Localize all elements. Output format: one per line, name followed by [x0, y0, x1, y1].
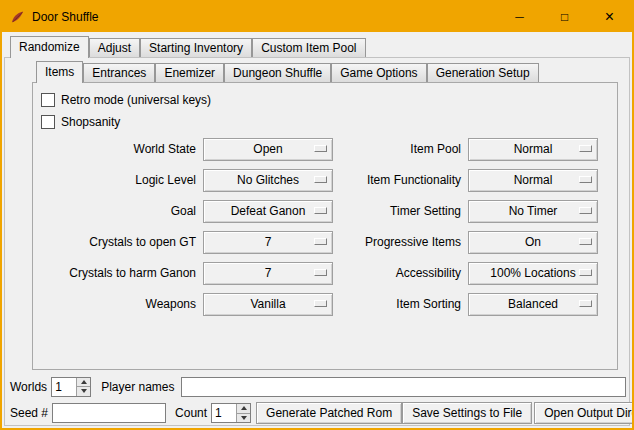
- player-names-input[interactable]: [181, 377, 627, 397]
- dropdown-indicator-icon: [579, 207, 592, 214]
- tab-starting-inventory[interactable]: Starting Inventory: [140, 38, 252, 57]
- option-row: Crystals to harm Ganon 7 Accessibility 1…: [38, 261, 617, 285]
- dropdown-value: No Timer: [509, 204, 558, 218]
- sub-tab-bar: Items Entrances Enemizer Dungeon Shuffle…: [36, 61, 539, 82]
- dropdown-value: Open: [253, 142, 282, 156]
- door-shuffle-window: Door Shuffle ─ □ × Randomize Adjust Star…: [0, 0, 634, 430]
- item-sorting-label: Item Sorting: [341, 297, 461, 311]
- subtab-dungeon-shuffle[interactable]: Dungeon Shuffle: [224, 63, 331, 82]
- goal-label: Goal: [38, 204, 196, 218]
- window-title: Door Shuffle: [32, 10, 497, 24]
- crystals-gt-dropdown[interactable]: 7: [203, 231, 333, 254]
- shopsanity-checkbox[interactable]: Shopsanity: [41, 113, 617, 131]
- titlebar: Door Shuffle ─ □ ×: [2, 2, 632, 32]
- subtab-entrances[interactable]: Entrances: [83, 63, 155, 82]
- worlds-label: Worlds: [10, 380, 47, 394]
- caption-buttons: ─ □ ×: [497, 2, 632, 32]
- spin-down-button[interactable]: [237, 413, 250, 423]
- crystals-ganon-label: Crystals to harm Ganon: [38, 266, 196, 280]
- shopsanity-label: Shopsanity: [61, 115, 120, 129]
- retro-mode-label: Retro mode (universal keys): [61, 93, 211, 107]
- subtab-generation-setup[interactable]: Generation Setup: [427, 63, 539, 82]
- dropdown-indicator-icon: [314, 300, 327, 307]
- options-grid: World State Open Item Pool Normal Logic …: [38, 137, 617, 316]
- accessibility-label: Accessibility: [341, 266, 461, 280]
- open-output-directory-button[interactable]: Open Output Directory: [534, 402, 634, 424]
- world-state-dropdown[interactable]: Open: [203, 138, 333, 161]
- seed-input[interactable]: [52, 403, 166, 423]
- dropdown-value: Defeat Ganon: [231, 204, 306, 218]
- generate-patched-rom-button[interactable]: Generate Patched Rom: [256, 402, 402, 424]
- dropdown-indicator-icon: [579, 238, 592, 245]
- dropdown-indicator-icon: [579, 269, 592, 276]
- dropdown-indicator-icon: [314, 145, 327, 152]
- crystals-gt-label: Crystals to open GT: [38, 235, 196, 249]
- timer-setting-dropdown[interactable]: No Timer: [468, 200, 598, 223]
- item-functionality-dropdown[interactable]: Normal: [468, 169, 598, 192]
- checkbox-box[interactable]: [41, 93, 55, 107]
- close-button[interactable]: ×: [587, 2, 632, 32]
- goal-dropdown[interactable]: Defeat Ganon: [203, 200, 333, 223]
- worlds-spinbox[interactable]: 1: [51, 377, 91, 397]
- dropdown-value: 100% Locations: [490, 266, 575, 280]
- minimize-button[interactable]: ─: [497, 2, 542, 32]
- spinbox-value[interactable]: 1: [52, 378, 76, 396]
- dropdown-value: Normal: [514, 142, 553, 156]
- main-tab-bar: Randomize Adjust Starting Inventory Cust…: [10, 36, 366, 57]
- world-state-label: World State: [38, 142, 196, 156]
- spin-down-button[interactable]: [77, 386, 90, 396]
- tab-randomize[interactable]: Randomize: [10, 36, 89, 58]
- dropdown-value: Balanced: [508, 297, 558, 311]
- option-row: Weapons Vanilla Item Sorting Balanced: [38, 292, 617, 316]
- tab-custom-item-pool[interactable]: Custom Item Pool: [252, 38, 365, 57]
- dropdown-indicator-icon: [314, 207, 327, 214]
- subtab-game-options[interactable]: Game Options: [331, 63, 426, 82]
- dropdown-indicator-icon: [314, 269, 327, 276]
- dropdown-value: 7: [265, 266, 272, 280]
- dropdown-value: Vanilla: [250, 297, 285, 311]
- spin-up-button[interactable]: [77, 378, 90, 387]
- progressive-items-dropdown[interactable]: On: [468, 231, 598, 254]
- spin-down-icon: [81, 389, 87, 393]
- dropdown-value: Normal: [514, 173, 553, 187]
- option-row: Crystals to open GT 7 Progressive Items …: [38, 230, 617, 254]
- item-pool-label: Item Pool: [341, 142, 461, 156]
- weapons-dropdown[interactable]: Vanilla: [203, 293, 333, 316]
- app-icon: [10, 10, 25, 25]
- dropdown-value: 7: [265, 235, 272, 249]
- worlds-row: Worlds 1 Player names: [10, 376, 626, 397]
- spin-up-icon: [81, 380, 87, 384]
- seed-row: Seed # Count 1 Generate Patched Rom Save…: [10, 402, 626, 424]
- progressive-items-label: Progressive Items: [341, 235, 461, 249]
- retro-mode-checkbox[interactable]: Retro mode (universal keys): [41, 91, 617, 109]
- spin-up-button[interactable]: [237, 404, 250, 413]
- option-row: Goal Defeat Ganon Timer Setting No Timer: [38, 199, 617, 223]
- option-row: World State Open Item Pool Normal: [38, 137, 617, 161]
- dropdown-value: On: [525, 235, 541, 249]
- spin-down-icon: [241, 416, 247, 420]
- checkbox-box[interactable]: [41, 115, 55, 129]
- dropdown-indicator-icon: [314, 176, 327, 183]
- maximize-button[interactable]: □: [542, 2, 587, 32]
- spin-up-icon: [241, 406, 247, 410]
- option-row: Logic Level No Glitches Item Functionali…: [38, 168, 617, 192]
- spinbox-arrows: [236, 404, 250, 422]
- weapons-label: Weapons: [38, 297, 196, 311]
- subtab-enemizer[interactable]: Enemizer: [155, 63, 224, 82]
- item-sorting-dropdown[interactable]: Balanced: [468, 293, 598, 316]
- item-functionality-label: Item Functionality: [341, 173, 461, 187]
- crystals-ganon-dropdown[interactable]: 7: [203, 262, 333, 285]
- player-names-label: Player names: [101, 380, 174, 394]
- save-settings-button[interactable]: Save Settings to File: [402, 402, 532, 424]
- count-spinbox[interactable]: 1: [211, 403, 251, 423]
- spinbox-value[interactable]: 1: [212, 404, 236, 422]
- dropdown-indicator-icon: [579, 300, 592, 307]
- timer-setting-label: Timer Setting: [341, 204, 461, 218]
- dropdown-value: No Glitches: [237, 173, 299, 187]
- item-pool-dropdown[interactable]: Normal: [468, 138, 598, 161]
- accessibility-dropdown[interactable]: 100% Locations: [468, 262, 598, 285]
- subtab-items[interactable]: Items: [36, 61, 83, 83]
- tab-adjust[interactable]: Adjust: [89, 38, 140, 57]
- dropdown-indicator-icon: [314, 238, 327, 245]
- logic-level-dropdown[interactable]: No Glitches: [203, 169, 333, 192]
